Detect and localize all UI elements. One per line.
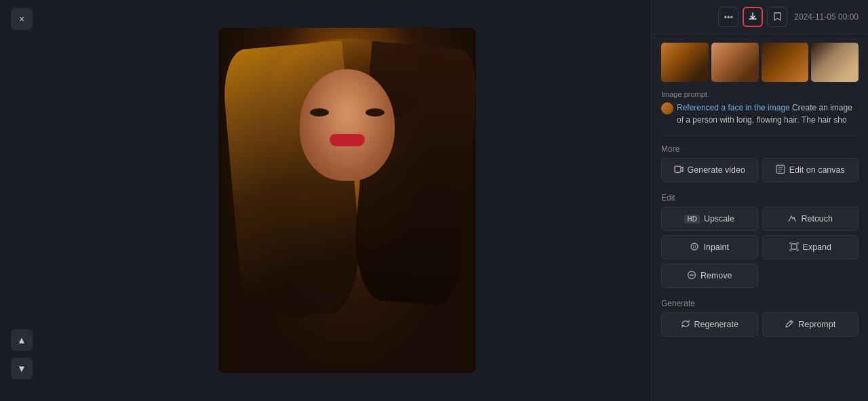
portrait-visual <box>218 28 476 373</box>
expand-icon <box>789 242 799 253</box>
generate-section-label: Generate <box>652 293 868 312</box>
reprompt-icon <box>785 319 794 331</box>
prompt-label: Image prompt <box>661 90 859 98</box>
regenerate-icon <box>681 319 690 331</box>
prompt-text: Referenced a face in the image Create an… <box>677 102 859 126</box>
more-options-button[interactable]: ••• <box>718 7 738 27</box>
prompt-content: Referenced a face in the image Create an… <box>661 102 859 126</box>
right-eye <box>366 108 384 117</box>
thumbnails-row <box>652 35 868 87</box>
thumbnail-4[interactable] <box>811 43 859 82</box>
right-panel: ••• 2024-11-05 00:00 Image prompt <box>651 0 868 401</box>
panel-header: ••• 2024-11-05 00:00 <box>652 0 868 35</box>
expand-label: Expand <box>803 242 831 252</box>
generate-video-label: Generate video <box>688 165 745 175</box>
left-sidebar: × ▲ ▼ <box>0 0 43 401</box>
svg-rect-4 <box>791 244 797 249</box>
svg-point-3 <box>693 245 696 248</box>
timestamp: 2024-11-05 00:00 <box>794 12 859 22</box>
edit-on-canvas-label: Edit on canvas <box>789 165 845 175</box>
nav-down-button[interactable]: ▼ <box>11 358 33 379</box>
image-area <box>43 0 651 401</box>
reference-link[interactable]: Referenced a face in the image <box>677 103 790 112</box>
eyes <box>310 108 384 117</box>
svg-rect-0 <box>675 166 681 172</box>
retouch-label: Retouch <box>801 214 833 224</box>
thumbnail-2[interactable] <box>711 43 759 82</box>
upscale-label: Upscale <box>704 214 734 224</box>
inpaint-icon <box>690 242 699 253</box>
remove-icon <box>687 270 696 282</box>
inpaint-button[interactable]: Inpaint <box>661 235 758 259</box>
edit-section-label: Edit <box>652 188 868 207</box>
reprompt-button[interactable]: Reprompt <box>762 312 859 337</box>
remove-label: Remove <box>701 271 732 280</box>
canvas-icon <box>776 165 785 176</box>
face <box>300 69 395 181</box>
regenerate-label: Regenerate <box>694 320 738 329</box>
remove-button[interactable]: Remove <box>661 263 758 288</box>
more-icon: ••• <box>724 12 733 22</box>
more-section-label: More <box>652 139 868 158</box>
left-eye <box>310 108 329 117</box>
chevron-up-icon: ▲ <box>17 335 26 345</box>
bookmark-icon <box>773 12 782 23</box>
thumbnail-1[interactable] <box>661 43 709 82</box>
reprompt-label: Reprompt <box>798 320 835 329</box>
thumbnail-3[interactable] <box>762 43 809 82</box>
close-button[interactable]: × <box>11 8 33 30</box>
main-image <box>218 28 476 373</box>
generate-video-button[interactable]: Generate video <box>661 158 758 182</box>
lips <box>330 134 365 146</box>
video-icon <box>674 165 684 176</box>
close-icon: × <box>19 14 24 24</box>
face-reference-icon <box>661 102 673 114</box>
nav-area: ▲ ▼ <box>11 329 33 393</box>
chevron-down-icon: ▼ <box>17 363 26 374</box>
svg-point-2 <box>691 243 698 250</box>
retouch-button[interactable]: Retouch <box>762 207 859 231</box>
download-icon <box>748 12 757 23</box>
edit-actions-grid: HD Upscale Retouch Inpaint <box>652 207 868 293</box>
upscale-button[interactable]: HD Upscale <box>661 207 758 231</box>
download-button[interactable] <box>743 7 763 27</box>
more-actions-grid: Generate video Edit on canvas <box>652 158 868 188</box>
hd-badge: HD <box>684 215 699 224</box>
inpaint-label: Inpaint <box>703 242 729 252</box>
nav-up-button[interactable]: ▲ <box>11 329 33 351</box>
divider-1 <box>661 135 859 136</box>
retouch-icon <box>787 213 797 225</box>
edit-on-canvas-button[interactable]: Edit on canvas <box>762 158 859 182</box>
expand-button[interactable]: Expand <box>762 235 859 259</box>
generate-actions-grid: Regenerate Reprompt <box>652 312 868 342</box>
image-prompt-section: Image prompt Referenced a face in the im… <box>652 87 868 133</box>
bookmark-button[interactable] <box>767 7 787 27</box>
regenerate-button[interactable]: Regenerate <box>661 312 758 337</box>
